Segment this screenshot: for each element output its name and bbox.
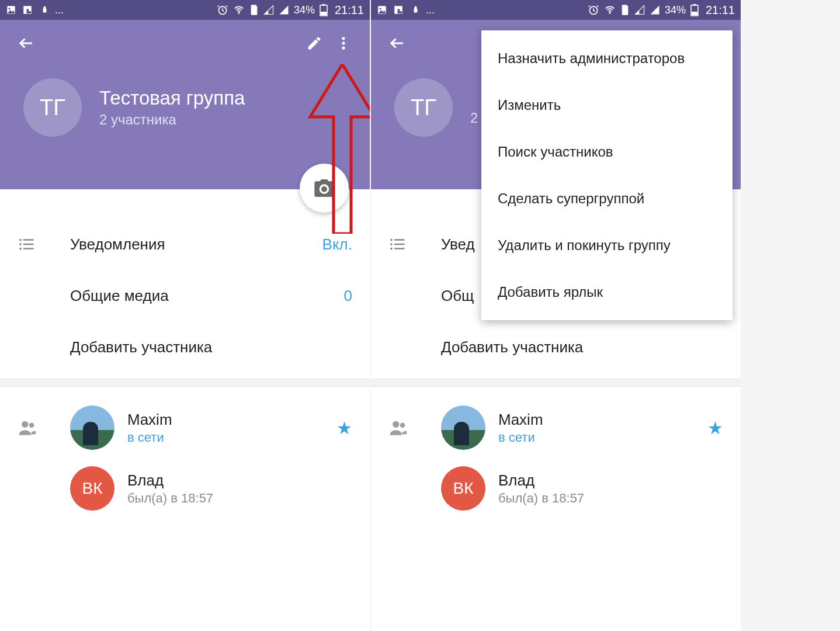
battery-text: 34% (665, 4, 686, 16)
svg-point-20 (29, 423, 34, 428)
battery-icon (320, 4, 328, 16)
battery-icon (690, 4, 699, 16)
people-icon (18, 418, 70, 438)
back-button[interactable] (12, 29, 41, 58)
member-avatar: ВК (70, 466, 114, 511)
menu-assign-admins[interactable]: Назначить администраторов (481, 35, 733, 82)
edit-button[interactable] (300, 29, 329, 58)
member-avatar: ВК (441, 466, 485, 511)
member-status: был(а) в 18:57 (498, 491, 723, 506)
svg-rect-18 (23, 248, 34, 249)
svg-rect-3 (27, 9, 29, 12)
alarm-icon (588, 4, 599, 16)
member-status: в сети (127, 430, 336, 445)
status-right: 34% 21:11 (217, 4, 364, 17)
svg-rect-25 (398, 11, 402, 13)
svg-point-17 (19, 248, 22, 250)
svg-rect-29 (693, 4, 696, 5)
notifications-label: Уведомления (70, 235, 322, 254)
member-name: Влад (498, 471, 723, 490)
status-ellipsis: ... (55, 4, 64, 16)
member-avatar-initials: ВК (453, 479, 474, 498)
member-avatar (70, 405, 114, 450)
svg-point-15 (19, 243, 22, 245)
group-name: Тестовая группа (99, 87, 245, 109)
member-row-vlad[interactable]: ВК Влад был(а) в 18:57 (0, 458, 370, 519)
svg-point-6 (238, 12, 239, 13)
svg-rect-32 (394, 239, 405, 241)
snapchat-icon (409, 5, 420, 15)
wifi-icon (233, 4, 245, 16)
svg-rect-8 (322, 4, 325, 5)
snapchat-icon (39, 5, 49, 15)
group-avatar-initials: ТГ (411, 95, 436, 120)
notifications-row[interactable]: Уведомления Вкл. (0, 219, 370, 270)
member-status: в сети (498, 430, 707, 445)
svg-point-10 (342, 37, 345, 40)
menu-search-members[interactable]: Поиск участников (481, 129, 733, 175)
member-avatar (441, 405, 485, 450)
more-menu-button[interactable] (329, 29, 358, 58)
signal-icon-2 (279, 5, 289, 15)
shared-media-row[interactable]: Общие медиа 0 (0, 270, 370, 321)
svg-rect-34 (394, 244, 405, 245)
section-divider (371, 379, 741, 387)
member-row-maxim[interactable]: Maxim в сети ★ (0, 397, 370, 458)
svg-point-33 (390, 243, 393, 245)
svg-point-22 (380, 8, 381, 9)
menu-edit[interactable]: Изменить (481, 82, 733, 129)
screen-right: ... 34% 21:11 (371, 0, 741, 631)
svg-point-1 (9, 8, 11, 9)
svg-point-12 (342, 47, 345, 50)
svg-rect-4 (27, 11, 32, 13)
svg-rect-24 (398, 9, 400, 12)
svg-rect-30 (692, 12, 697, 15)
menu-add-shortcut[interactable]: Добавить ярлык (481, 269, 733, 316)
status-left: ... (377, 4, 435, 16)
notifications-value: Вкл. (322, 235, 352, 254)
member-status: был(а) в 18:57 (127, 491, 352, 506)
member-avatar-initials: ВК (82, 479, 103, 498)
alarm-icon (217, 4, 228, 16)
signal-icon-1 (263, 5, 274, 15)
image-icon (377, 5, 387, 15)
svg-rect-14 (23, 239, 34, 241)
sim-icon (620, 4, 630, 16)
svg-rect-9 (321, 12, 327, 15)
sim-icon (249, 4, 259, 16)
svg-point-13 (19, 239, 22, 241)
list-icon (18, 235, 70, 253)
group-subtitle: 2 участника (99, 112, 245, 128)
member-row-maxim[interactable]: Maxim в сети ★ (371, 397, 741, 458)
image-icon (6, 5, 16, 15)
svg-rect-16 (23, 244, 34, 245)
group-subtitle-partial: 2 (470, 110, 478, 126)
members-section: Maxim в сети ★ ВК Влад был(а) в 18:57 (0, 387, 370, 519)
menu-delete-leave[interactable]: Удалить и покинуть группу (481, 222, 733, 269)
flipboard-icon (393, 5, 404, 15)
group-header: ТГ Тестовая группа 2 участника (0, 20, 370, 189)
add-member-row[interactable]: Добавить участника (371, 321, 741, 373)
svg-point-11 (342, 41, 345, 44)
group-avatar[interactable]: ТГ (23, 78, 82, 137)
status-right: 34% 21:11 (588, 4, 735, 17)
svg-point-19 (22, 421, 28, 428)
menu-make-supergroup[interactable]: Сделать супергруппой (481, 175, 733, 222)
status-bar: ... 34% 21:11 (371, 0, 741, 20)
svg-point-27 (609, 12, 610, 13)
screen-left: ... 34% 21:11 (0, 0, 370, 631)
flipboard-icon (22, 5, 33, 15)
member-row-vlad[interactable]: ВК Влад был(а) в 18:57 (371, 458, 741, 519)
back-button[interactable] (383, 29, 412, 58)
shared-media-label: Общие медиа (70, 287, 344, 305)
svg-point-37 (393, 421, 399, 428)
camera-fab[interactable] (300, 164, 349, 213)
status-ellipsis: ... (426, 4, 435, 16)
group-avatar[interactable]: ТГ (394, 78, 453, 137)
members-section: Maxim в сети ★ ВК Влад был(а) в 18:57 (371, 387, 741, 519)
people-icon (388, 418, 441, 438)
status-left: ... (6, 4, 64, 16)
add-member-row[interactable]: Добавить участника (0, 321, 370, 373)
member-name: Maxim (127, 411, 336, 429)
wifi-icon (604, 4, 616, 16)
